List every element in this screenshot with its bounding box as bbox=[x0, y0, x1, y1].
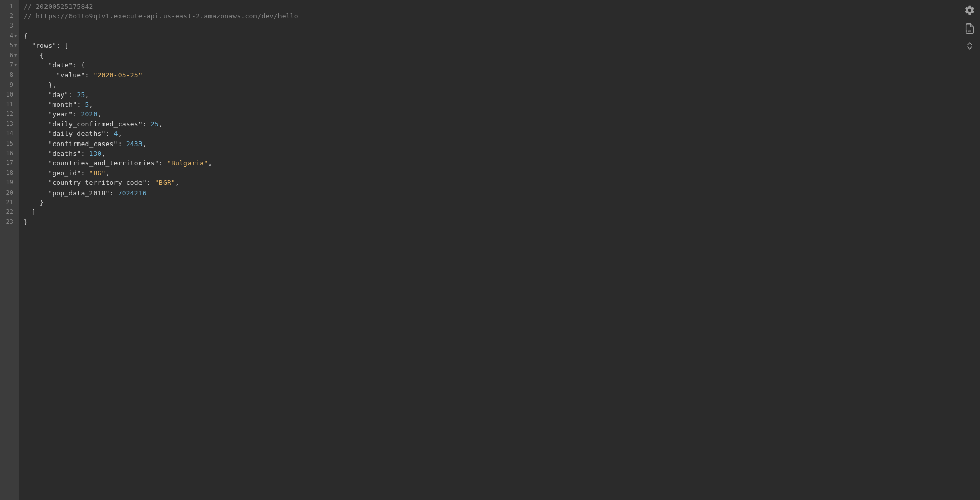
gutter-row: 10 bbox=[0, 90, 19, 100]
code-line: "day": 25, bbox=[24, 90, 980, 100]
fold-toggle-icon[interactable]: ▼ bbox=[14, 60, 19, 70]
line-number: 23 bbox=[6, 217, 19, 227]
gutter-row: 1 bbox=[0, 2, 19, 11]
gutter-row: 5▼ bbox=[0, 41, 19, 51]
line-number: 3 bbox=[10, 21, 19, 31]
gutter-row: 16 bbox=[0, 149, 19, 158]
code-area[interactable]: // 20200525175842 // https://6o1to9qtv1.… bbox=[19, 0, 980, 500]
line-number: 15 bbox=[6, 139, 19, 149]
line-number: 22 bbox=[6, 207, 19, 217]
code-line: } bbox=[24, 198, 980, 207]
json-viewer: 1234▼5▼6▼7▼89101112131415161718192021222… bbox=[0, 0, 980, 500]
code-line: "geo_id": "BG", bbox=[24, 168, 980, 178]
gutter-row: 23 bbox=[0, 217, 19, 227]
gutter-row: 21 bbox=[0, 198, 19, 207]
code-line: "value": "2020-05-25" bbox=[24, 70, 980, 80]
gutter-row: 13 bbox=[0, 119, 19, 129]
line-number: 19 bbox=[6, 178, 19, 187]
code-line: // 20200525175842 bbox=[24, 2, 980, 11]
line-number: 20 bbox=[6, 188, 19, 198]
gutter-row: 12 bbox=[0, 109, 19, 119]
code-line: { bbox=[24, 51, 980, 60]
gutter-row: 17 bbox=[0, 158, 19, 168]
code-line: "month": 5, bbox=[24, 100, 980, 109]
code-line: // https://6o1to9qtv1.execute-api.us-eas… bbox=[24, 11, 980, 21]
code-line: "daily_confirmed_cases": 25, bbox=[24, 119, 980, 129]
gutter-row: 14 bbox=[0, 129, 19, 138]
code-line: "confirmed_cases": 2433, bbox=[24, 139, 980, 149]
line-number: 1 bbox=[10, 2, 19, 11]
gutter-row: 18 bbox=[0, 168, 19, 178]
code-line: { bbox=[24, 31, 980, 41]
line-number: 21 bbox=[6, 198, 19, 207]
code-line: "countries_and_territories": "Bulgaria", bbox=[24, 158, 980, 168]
fold-toggle-icon[interactable]: ▼ bbox=[14, 51, 19, 60]
fold-toggle-icon[interactable]: ▼ bbox=[14, 31, 19, 41]
gutter-row: 11 bbox=[0, 100, 19, 109]
line-number: 18 bbox=[6, 168, 19, 178]
raw-file-icon[interactable]: RAW bbox=[964, 22, 976, 35]
code-line: ] bbox=[24, 207, 980, 217]
gutter-row: 19 bbox=[0, 178, 19, 187]
gutter-row: 4▼ bbox=[0, 31, 19, 41]
chevron-up-icon[interactable] bbox=[967, 41, 973, 46]
line-number: 2 bbox=[10, 11, 19, 21]
gutter-row: 9 bbox=[0, 80, 19, 90]
gutter-row: 2 bbox=[0, 11, 19, 21]
code-line: "date": { bbox=[24, 60, 980, 70]
gutter-row: 20 bbox=[0, 188, 19, 198]
gear-icon[interactable] bbox=[964, 4, 976, 16]
fold-controls bbox=[965, 41, 974, 51]
code-line: "pop_data_2018": 7024216 bbox=[24, 188, 980, 198]
code-line: "deaths": 130, bbox=[24, 149, 980, 158]
gutter-row: 7▼ bbox=[0, 60, 19, 70]
code-line: "country_territory_code": "BGR", bbox=[24, 178, 980, 187]
line-number: 12 bbox=[6, 109, 19, 119]
line-number: 11 bbox=[6, 100, 19, 109]
code-line: } bbox=[24, 217, 980, 227]
line-number: 13 bbox=[6, 119, 19, 129]
code-line: "year": 2020, bbox=[24, 109, 980, 119]
line-gutter: 1234▼5▼6▼7▼89101112131415161718192021222… bbox=[0, 0, 19, 500]
gutter-row: 3 bbox=[0, 21, 19, 31]
gutter-row: 15 bbox=[0, 139, 19, 149]
code-line: "daily_deaths": 4, bbox=[24, 129, 980, 138]
line-number: 14 bbox=[6, 129, 19, 138]
gutter-row: 6▼ bbox=[0, 51, 19, 60]
line-number: 16 bbox=[6, 149, 19, 158]
side-toolbar: RAW bbox=[964, 4, 976, 51]
code-line: "rows": [ bbox=[24, 41, 980, 51]
gutter-row: 8 bbox=[0, 70, 19, 80]
line-number: 17 bbox=[6, 158, 19, 168]
chevron-down-icon[interactable] bbox=[967, 46, 973, 51]
line-number: 9 bbox=[10, 80, 19, 90]
gutter-row: 22 bbox=[0, 207, 19, 217]
code-line: }, bbox=[24, 80, 980, 90]
line-number: 10 bbox=[6, 90, 19, 100]
fold-toggle-icon[interactable]: ▼ bbox=[14, 41, 19, 51]
line-number: 8 bbox=[10, 70, 19, 80]
code-line bbox=[24, 21, 980, 31]
